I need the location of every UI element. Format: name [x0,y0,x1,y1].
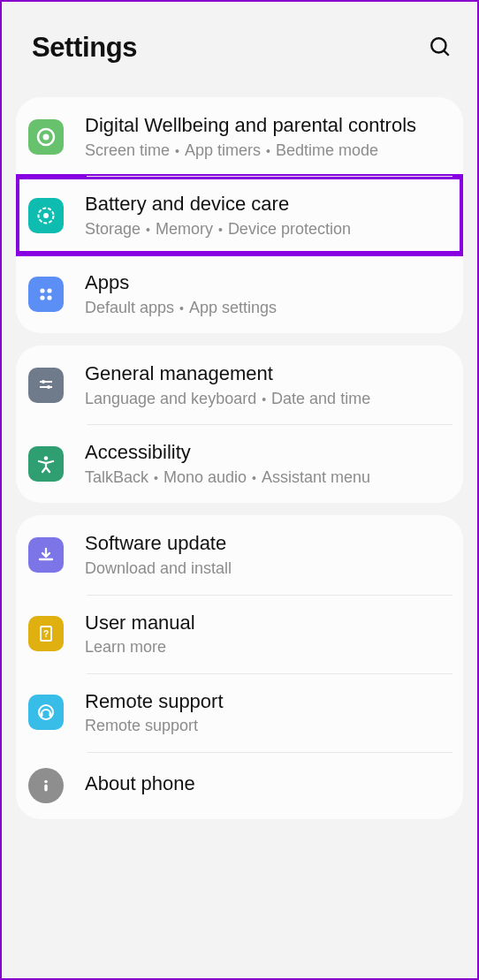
item-title: Accessibility [85,440,451,465]
user-manual-icon [28,616,64,651]
settings-item[interactable]: Digital Wellbeing and parental controlsS… [16,97,463,176]
settings-item[interactable]: Software updateDownload and install [16,515,463,594]
item-title: Battery and device care [85,192,451,217]
wellbeing-icon [28,119,64,155]
item-subtitle: Screen time•App timers•Bedtime mode [85,141,451,161]
page-title: Settings [32,32,137,64]
item-subtitle: Default apps•App settings [85,299,451,318]
svg-line-1 [444,50,448,55]
item-subtitle: Storage•Memory•Device protection [85,220,451,239]
item-title: Software update [85,531,451,556]
settings-item[interactable]: General managementLanguage and keyboard•… [16,346,463,424]
settings-group: Software updateDownload and installUser … [16,515,463,818]
item-subtitle: Language and keyboard•Date and time [85,390,451,409]
apps-icon [28,277,64,312]
settings-item[interactable]: AccessibilityTalkBack•Mono audio•Assista… [16,424,463,503]
remote-support-icon [28,695,64,730]
settings-item[interactable]: About phone [16,752,463,819]
item-subtitle: Learn more [85,638,451,657]
header: Settings [2,2,477,90]
item-title: Digital Wellbeing and parental controls [85,113,451,138]
item-subtitle: Download and install [85,559,451,579]
svg-point-0 [431,38,445,52]
search-icon [429,35,452,61]
settings-item[interactable]: Battery and device careStorage•Memory•De… [16,176,463,254]
device-care-icon [28,198,64,233]
item-title: General management [85,361,451,386]
item-title: About phone [85,771,451,796]
settings-item[interactable]: User manualLearn more [16,595,463,673]
search-button[interactable] [428,35,452,60]
item-subtitle: TalkBack•Mono audio•Assistant menu [85,468,451,488]
general-mgmt-icon [28,368,64,403]
settings-group: Digital Wellbeing and parental controlsS… [16,97,463,333]
item-title: User manual [85,611,451,635]
settings-list: Digital Wellbeing and parental controlsS… [2,97,477,819]
item-subtitle: Remote support [85,717,451,736]
item-title: Remote support [85,689,451,714]
software-update-icon [28,537,64,573]
settings-group: General managementLanguage and keyboard•… [16,346,463,503]
accessibility-icon [28,446,64,482]
about-phone-icon [28,768,64,803]
settings-item[interactable]: Remote supportRemote support [16,673,463,752]
item-title: Apps [85,270,451,295]
settings-item[interactable]: AppsDefault apps•App settings [16,254,463,333]
